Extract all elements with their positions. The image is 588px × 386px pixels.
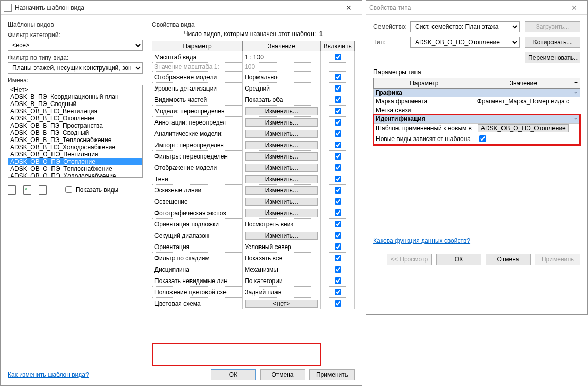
value-cell[interactable]: Изменить...	[243, 185, 321, 196]
value-cell[interactable]: Показать все	[243, 253, 321, 264]
param-cell[interactable]: Дисциплина	[152, 264, 243, 275]
param-cell[interactable]: Шаблон, примененный к новым в	[374, 124, 475, 133]
include-cell[interactable]	[321, 287, 355, 298]
include-checkbox[interactable]	[335, 153, 341, 160]
value-cell[interactable]: 100	[243, 63, 321, 72]
value-cell[interactable]: Механизмы	[243, 264, 321, 275]
edit-button[interactable]: Изменить...	[245, 130, 318, 138]
list-item[interactable]: ADSK_В_ПЭ_Сводный	[8, 100, 142, 108]
value-cell[interactable]: Изменить...	[243, 196, 321, 207]
value-cell[interactable]: Фрагмент_Марка_Номер вида с	[475, 97, 572, 106]
list-item[interactable]: ADSK_ОВ_В_ПЭ_Вентиляция	[8, 108, 142, 115]
col-header-value[interactable]: Значение	[243, 41, 321, 51]
list-item[interactable]: ADSK_ОВ_О_ПЭ_Отопление	[8, 158, 142, 165]
include-cell[interactable]	[321, 51, 355, 63]
include-checkbox[interactable]	[335, 119, 341, 126]
help-link[interactable]: Какова функция данных свойств?	[373, 237, 470, 244]
param-cell[interactable]: Отображение модели	[152, 162, 243, 173]
value-cell[interactable]: Изменить...	[243, 117, 321, 128]
include-cell[interactable]	[321, 309, 355, 310]
value-checkbox[interactable]	[479, 135, 486, 142]
include-cell[interactable]	[321, 241, 355, 253]
value-cell[interactable]: Посмотреть вниз	[243, 219, 321, 230]
include-cell[interactable]	[321, 196, 355, 207]
value-cell[interactable]: Изменить...	[243, 207, 321, 219]
col-header-param[interactable]: Параметр	[152, 41, 243, 51]
names-listbox[interactable]: <Нет>ADSK_В_ПЭ_Координационный планADSK_…	[8, 85, 143, 178]
include-cell[interactable]	[321, 72, 355, 83]
titlebar[interactable]: Назначить шаблон вида ✕	[1, 1, 362, 15]
include-cell[interactable]	[321, 253, 355, 264]
param-cell[interactable]: Цветовая схема	[152, 298, 243, 309]
family-combo[interactable]: Сист. семейство: План этажа	[410, 21, 520, 32]
include-checkbox[interactable]	[335, 176, 341, 182]
include-checkbox[interactable]	[335, 74, 341, 80]
value-cell[interactable]: Изменить...	[243, 128, 321, 139]
edit-button[interactable]: Изменить...	[245, 175, 318, 183]
param-cell[interactable]: Фильтр по стадиям	[152, 253, 243, 264]
param-cell[interactable]: Цветовые схемы систем	[152, 309, 243, 310]
edit-button[interactable]: Изменить...	[245, 141, 318, 149]
include-checkbox[interactable]	[335, 289, 341, 295]
param-cell[interactable]: Аналитические модели:	[152, 128, 243, 139]
group-row[interactable]: Графика⌄	[374, 89, 580, 97]
include-cell[interactable]	[321, 173, 355, 185]
param-cell[interactable]: Аннотации: переопредел	[152, 117, 243, 128]
list-item[interactable]: ADSK_ОВ_О_ПЭ_Теплоснабжение	[8, 165, 142, 172]
include-checkbox[interactable]	[335, 85, 341, 92]
duplicate-template-icon[interactable]: AI	[23, 185, 31, 195]
include-cell[interactable]	[321, 139, 355, 151]
include-cell[interactable]	[321, 128, 355, 139]
include-cell[interactable]	[321, 298, 355, 309]
param-cell[interactable]: Масштаб вида	[152, 51, 243, 63]
list-item[interactable]: ADSK_В_ПЭ_Координационный план	[8, 93, 142, 100]
param-cell[interactable]: Эскизные линии	[152, 185, 243, 196]
type-combo[interactable]: ADSK_ОВ_О_ПЭ_Отопление	[410, 37, 520, 48]
value-cell[interactable]: Средний	[243, 83, 321, 94]
close-icon[interactable]: ✕	[338, 4, 359, 12]
edit-button[interactable]: Изменить...	[245, 186, 318, 195]
include-checkbox[interactable]	[335, 96, 341, 103]
help-link[interactable]: Как изменить шаблон вида?	[8, 371, 89, 378]
filter-type-combo[interactable]: Планы этажей, несущих конструкций, зон	[8, 62, 143, 74]
include-cell[interactable]	[321, 207, 355, 219]
new-template-icon[interactable]	[8, 185, 16, 195]
param-table-scroll[interactable]: Параметр Значение Включить Масштаб вида1…	[152, 41, 355, 309]
include-checkbox[interactable]	[335, 164, 341, 171]
rename-button[interactable]: Переименовать...	[525, 52, 580, 63]
include-cell[interactable]	[321, 106, 355, 117]
include-cell[interactable]	[321, 185, 355, 196]
edit-button[interactable]: Изменить...	[245, 107, 318, 115]
param-cell[interactable]: Тени	[152, 173, 243, 185]
filter-category-combo[interactable]: <все>	[8, 40, 143, 51]
titlebar[interactable]: Свойства типа ✕	[366, 1, 587, 15]
list-item[interactable]: ADSK_ОВ_В_ПЭ_Холодоснабжение	[8, 144, 142, 151]
include-checkbox[interactable]	[335, 221, 341, 227]
param-cell[interactable]: Освещение	[152, 196, 243, 207]
include-cell[interactable]	[321, 275, 355, 287]
col-header-eq[interactable]: =	[572, 78, 580, 89]
include-cell[interactable]	[321, 151, 355, 162]
param-cell[interactable]: Уровень детализации	[152, 83, 243, 94]
param-cell[interactable]: Отображение модели	[152, 72, 243, 83]
include-checkbox[interactable]	[335, 108, 341, 114]
cancel-button[interactable]: Отмена	[486, 254, 531, 265]
edit-button[interactable]: Изменить...	[245, 152, 318, 161]
list-item[interactable]: ADSK_ОВ_В_ПЭ_Теплоснабжение	[8, 136, 142, 144]
value-cell[interactable]	[475, 133, 572, 145]
param-cell[interactable]: Показать невидимые лин	[152, 275, 243, 287]
param-cell[interactable]: Метка связи	[374, 106, 475, 115]
value-cell[interactable]: Показать оба	[243, 94, 321, 106]
edit-button[interactable]: Изменить...	[245, 118, 318, 127]
value-cell[interactable]: <нет>	[243, 298, 321, 309]
ok-button[interactable]: ОК	[436, 254, 481, 265]
value-cell[interactable]: Изменить...	[243, 162, 321, 173]
include-checkbox[interactable]	[335, 232, 341, 239]
group-row[interactable]: Идентификация⌄	[374, 115, 580, 124]
copy-button[interactable]: Копировать...	[525, 37, 580, 48]
param-cell[interactable]: Ориентация подложки	[152, 219, 243, 230]
param-cell[interactable]: Значение масштаба 1:	[152, 63, 243, 72]
param-cell[interactable]: Видимость частей	[152, 94, 243, 106]
include-checkbox[interactable]	[335, 130, 341, 137]
include-cell[interactable]	[321, 94, 355, 106]
